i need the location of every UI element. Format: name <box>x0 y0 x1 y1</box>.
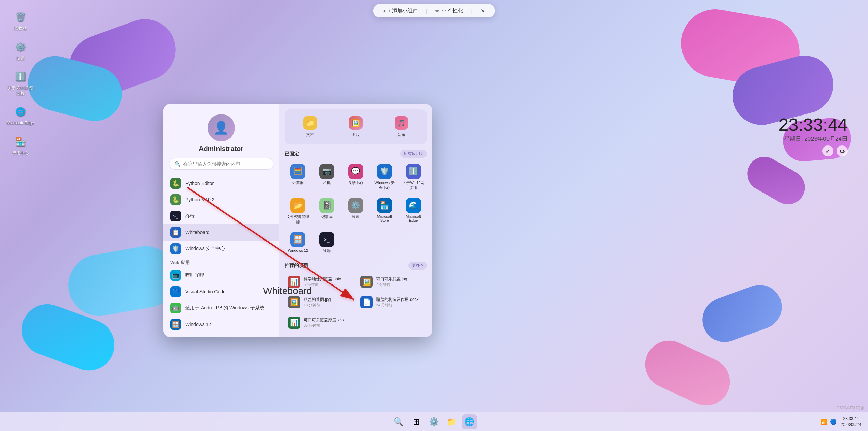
add-widget-label: + 添加小组件 <box>388 7 418 14</box>
store-icon: 🏪 <box>13 134 28 149</box>
rec-pptx-name: 科学地使用瓶盖.pptx <box>304 276 351 282</box>
rec-docx-name: 瓶盖的构造及作用.docx <box>376 297 423 303</box>
win-security-pin-label: Windows 安 全中心 <box>372 180 397 190</box>
taskbar-gear[interactable]: ⚙️ <box>427 414 441 429</box>
recommended-title: 推荐的项目 <box>285 263 308 269</box>
app-item-python310[interactable]: 🐍 Python 3.10.2 <box>163 191 279 208</box>
start-menu: 👤 Administrator 🔍 🐍 Python Editor 🐍 Pyth… <box>163 104 432 337</box>
taskbar-widgets[interactable]: ⊞ <box>409 414 424 429</box>
app-item-android-subsystem[interactable]: 🤖 适用于 Android™ 的 Windows 子系统 <box>163 300 279 316</box>
app-item-vscode[interactable]: 💙 Visual Studio Code <box>163 283 279 300</box>
search-input[interactable] <box>183 161 268 167</box>
bluetooth-icon[interactable]: 🔵 <box>830 418 837 425</box>
search-box[interactable]: 🔍 <box>169 158 273 170</box>
pinned-about-win12[interactable]: ℹ️ 关于Win12网 页版 <box>400 161 427 193</box>
ms-store-pin-icon: 🏪 <box>377 198 392 213</box>
clock-area: 23:33:44 星期日, 2023年09月24日 ⤢ ⏻ <box>779 116 848 156</box>
rec-xlsx-name: 可口可乐瓶盖厚度.xlsx <box>304 317 351 323</box>
recommended-grid: 📊 科学地使用瓶盖.pptx 5 分钟前 🖼️ 可口可乐瓶盖.jpg 7 分钟前… <box>285 273 427 332</box>
app-item-win-security[interactable]: 🛡️ Windows 安全中心 <box>163 241 279 257</box>
feedback-icon: 💬 <box>348 164 363 179</box>
calculator-label: 计算器 <box>292 180 304 185</box>
rec-docx-info: 瓶盖的构造及作用.docx 24 分钟前 <box>376 297 423 308</box>
user-avatar[interactable]: 👤 <box>208 114 235 141</box>
pinned-notepad[interactable]: 📓 记事本 <box>314 195 340 227</box>
start-menu-right: 📁 文档 🖼️ 图片 🎵 音乐 已固定 所有应用 > 🧮 计算器 <box>279 104 432 337</box>
power-button[interactable]: ⏻ <box>837 145 848 156</box>
app-item-bilibili[interactable]: 📺 哔哩哔哩 <box>163 267 279 283</box>
desktop-icon-recycle-bin[interactable]: 🗑️ 回收站 <box>3 7 37 34</box>
documents-icon: 📁 <box>303 116 317 130</box>
jpg1-icon: 🖼️ <box>360 276 373 288</box>
settings-pin-label: 设置 <box>352 214 359 219</box>
rec-jpg1-info: 可口可乐瓶盖.jpg 7 分钟前 <box>376 276 423 287</box>
win12-icon: 🪟 <box>170 319 181 330</box>
network-icon[interactable]: 📶 <box>821 418 828 425</box>
pinned-title: 已固定 <box>285 151 299 157</box>
ms-store-label: Microsoft Store <box>372 214 397 222</box>
pinned-win-security[interactable]: 🛡️ Windows 安 全中心 <box>371 161 398 193</box>
xlsx-icon: 📊 <box>288 317 300 329</box>
web-apps-section-label: Web 应用 <box>163 257 279 267</box>
app-item-win12[interactable]: 🪟 Windows 12 <box>163 316 279 333</box>
add-widget-button[interactable]: + + 添加小组件 <box>380 6 421 15</box>
store-label: 应用中心 <box>12 151 29 156</box>
settings-pin-icon: ⚙️ <box>348 198 363 213</box>
notepad-icon: 📓 <box>319 198 334 213</box>
quick-photos[interactable]: 🖼️ 图片 <box>345 113 367 140</box>
search-icon: 🔍 <box>175 161 180 167</box>
more-button[interactable]: 更多 > <box>408 262 427 270</box>
clock-date: 星期日, 2023年09月24日 <box>779 135 848 143</box>
terminal-pin-label: 终端 <box>323 248 331 253</box>
recycle-bin-icon: 🗑️ <box>13 10 28 25</box>
vscode-label: Visual Studio Code <box>185 289 226 294</box>
pinned-calculator[interactable]: 🧮 计算器 <box>285 161 311 193</box>
recommended-section-header: 推荐的项目 更多 > <box>285 262 427 270</box>
taskbar-browser[interactable]: 🌐 <box>462 414 477 429</box>
desktop-icon-about-win12[interactable]: ℹ️ 关于 Win12 预览版 <box>3 66 37 99</box>
taskbar-folder[interactable]: 📁 <box>444 414 459 429</box>
about-win12-label: 关于 Win12 预览版 <box>5 86 35 96</box>
desktop-icon-edge[interactable]: 🌐 Microsoft Edge <box>3 102 37 129</box>
pinned-feedback[interactable]: 💬 反馈中心 <box>342 161 369 193</box>
android-subsystem-icon: 🤖 <box>170 303 181 313</box>
taskbar-clock[interactable]: 23:33:44 2023/09/24 <box>841 416 861 428</box>
win12-pin-icon: 🪟 <box>290 232 305 247</box>
pinned-edge[interactable]: 🌊 Microsoft Edge <box>400 195 427 227</box>
rec-xlsx[interactable]: 📊 可口可乐瓶盖厚度.xlsx 35 分钟前 <box>285 314 354 332</box>
pinned-camera[interactable]: 📷 相机 <box>314 161 340 193</box>
music-icon: 🎵 <box>395 116 408 130</box>
edge-pin-icon: 🌊 <box>406 198 421 213</box>
about-win12-icon: ℹ️ <box>13 69 28 84</box>
music-label: 音乐 <box>397 132 405 138</box>
desktop-icon-settings[interactable]: ⚙️ 设置 <box>3 37 37 64</box>
documents-label: 文档 <box>306 132 314 138</box>
taskbar-search[interactable]: 🔍 <box>391 414 406 429</box>
app-item-terminal[interactable]: >_ 终端 <box>163 208 279 224</box>
photos-icon: 🖼️ <box>349 116 363 130</box>
pinned-win12[interactable]: 🪟 Windows 12 <box>285 229 311 256</box>
pinned-settings[interactable]: ⚙️ 设置 <box>342 195 369 227</box>
pinned-ms-store[interactable]: 🏪 Microsoft Store <box>371 195 398 227</box>
close-toolbar-button[interactable]: ✕ <box>478 6 488 15</box>
win-security-pin-icon: 🛡️ <box>377 164 392 179</box>
app-item-whiteboard[interactable]: 📋 Whiteboard <box>163 224 279 241</box>
top-toolbar: + + 添加小组件 | ✏ ✏ 个性化 | ✕ <box>373 4 495 17</box>
personalize-button[interactable]: ✏ ✏ 个性化 <box>433 6 466 15</box>
quick-music[interactable]: 🎵 音乐 <box>390 113 412 140</box>
pinned-file-manager[interactable]: 📂 文件资源管理 器 <box>285 195 311 227</box>
quick-access-panel: 📁 文档 🖼️ 图片 🎵 音乐 <box>285 109 427 144</box>
about-win12-pin-label: 关于Win12网 页版 <box>401 180 425 190</box>
bilibili-label: 哔哩哔哩 <box>185 272 204 278</box>
desktop-icon-store[interactable]: 🏪 应用中心 <box>3 132 37 159</box>
app-item-python-editor[interactable]: 🐍 Python Editor <box>163 175 279 191</box>
rec-jpg1[interactable]: 🖼️ 可口可乐瓶盖.jpg 7 分钟前 <box>357 273 427 291</box>
rec-jpg2-name: 瓶盖构造图.jpg <box>304 297 351 303</box>
rec-xlsx-time: 35 分钟前 <box>304 323 351 328</box>
pinned-terminal[interactable]: >_ 终端 <box>314 229 340 256</box>
rec-docx[interactable]: 📄 瓶盖的构造及作用.docx 24 分钟前 <box>357 293 427 311</box>
quick-documents[interactable]: 📁 文档 <box>299 113 321 140</box>
expand-clock-button[interactable]: ⤢ <box>822 145 833 156</box>
all-apps-button[interactable]: 所有应用 > <box>400 150 427 158</box>
toolbar-separator: | <box>426 8 427 14</box>
